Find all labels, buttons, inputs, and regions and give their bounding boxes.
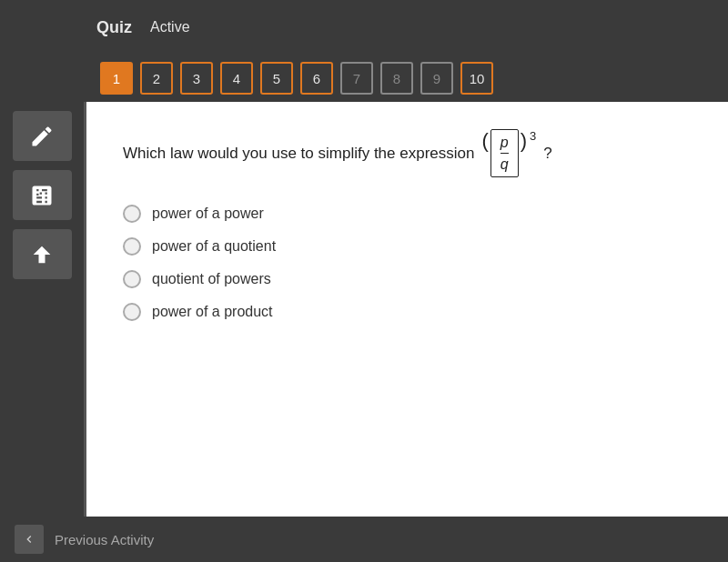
- pencil-icon: [29, 124, 55, 149]
- question-number-btn-1[interactable]: 1: [100, 62, 133, 95]
- arrow-up-icon: [29, 242, 55, 267]
- calculator-button[interactable]: [13, 170, 72, 220]
- numerator: p: [500, 134, 509, 154]
- bottom-bar: Previous Activity: [0, 517, 728, 562]
- option-label-3: quotient of powers: [152, 271, 271, 287]
- question-number-btn-9: 9: [420, 62, 453, 95]
- quiz-title: Quiz: [96, 18, 132, 37]
- question-number-btn-8: 8: [380, 62, 413, 95]
- option-label-1: power of a power: [152, 206, 264, 222]
- question-number-btn-5[interactable]: 5: [260, 62, 293, 95]
- calculator-icon: [29, 183, 55, 208]
- previous-label: Previous Activity: [55, 532, 154, 547]
- question-number-btn-2[interactable]: 2: [140, 62, 173, 95]
- question-number-row: 12345678910: [0, 55, 728, 102]
- option-1[interactable]: power of a power: [123, 205, 692, 223]
- quiz-status: Active: [150, 19, 190, 35]
- option-label-4: power of a product: [152, 304, 273, 320]
- arrow-up-button[interactable]: [13, 229, 72, 279]
- exponent: 3: [530, 129, 536, 143]
- question-text-before: Which law would you use to simplify the …: [123, 145, 474, 163]
- radio-circle-4: [123, 303, 141, 321]
- option-2[interactable]: power of a quotient: [123, 237, 692, 256]
- pencil-button[interactable]: [13, 111, 72, 161]
- denominator: q: [500, 154, 509, 173]
- open-paren: (: [481, 129, 488, 153]
- radio-circle-1: [123, 205, 141, 223]
- main-layout: Which law would you use to simplify the …: [0, 102, 728, 517]
- question-number-btn-10[interactable]: 10: [460, 62, 493, 95]
- radio-circle-2: [123, 237, 141, 256]
- math-expression: ( p q ) 3: [481, 129, 536, 177]
- top-bar: Quiz Active: [0, 0, 728, 55]
- options-list: power of a powerpower of a quotientquoti…: [123, 205, 692, 321]
- option-3[interactable]: quotient of powers: [123, 270, 692, 288]
- question-number-btn-7: 7: [340, 62, 373, 95]
- content-area: Which law would you use to simplify the …: [86, 102, 728, 517]
- close-paren: ): [521, 129, 527, 153]
- fraction: p q: [490, 129, 519, 177]
- question-text: Which law would you use to simplify the …: [123, 129, 692, 177]
- option-4[interactable]: power of a product: [123, 303, 692, 321]
- chevron-left-icon: [22, 532, 36, 547]
- question-number-btn-6[interactable]: 6: [300, 62, 333, 95]
- radio-circle-3: [123, 270, 141, 288]
- question-number-btn-4[interactable]: 4: [220, 62, 253, 95]
- question-number-btn-3[interactable]: 3: [180, 62, 213, 95]
- option-label-2: power of a quotient: [152, 238, 276, 255]
- sidebar: [0, 102, 86, 517]
- previous-button[interactable]: [15, 525, 44, 554]
- question-text-after: ?: [543, 145, 551, 163]
